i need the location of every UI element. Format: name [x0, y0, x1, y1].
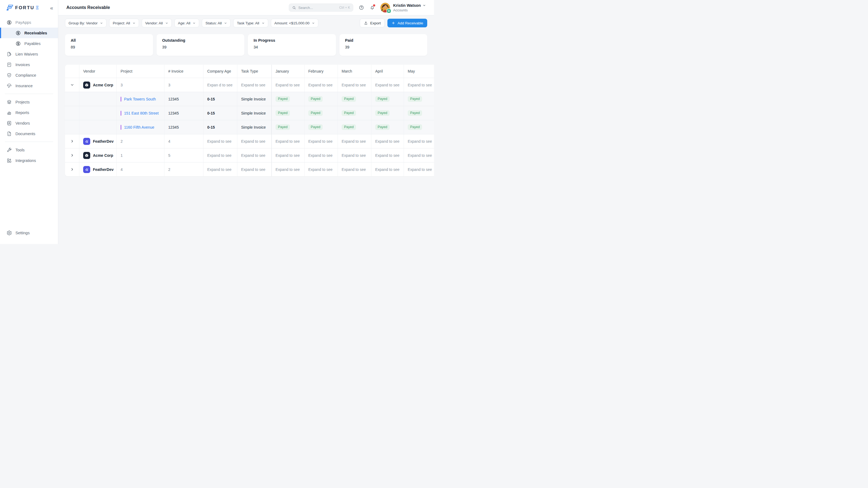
month-cell: Expand to see [305, 78, 338, 92]
table-header-row: VendorProject# InvoiceCompany AgeTask Ty… [65, 65, 434, 78]
filter-chip-status[interactable]: Status: All [202, 19, 230, 27]
summary-card-all[interactable]: All89 [65, 34, 153, 56]
add-receivable-button[interactable]: Add Receivable [388, 19, 427, 27]
main-area: Accounts Receivable Search... Ctrl + K [58, 0, 434, 244]
sidebar-item-receivables[interactable]: Receivables [0, 28, 58, 38]
sidebar-footer: Settings [0, 227, 58, 244]
summary-card-in-progress[interactable]: In Progress34 [248, 34, 336, 56]
status-badge: Payed [342, 110, 356, 116]
month-cell: Payed [338, 106, 371, 120]
chev-down-icon [224, 22, 227, 25]
sidebar-item-compliance[interactable]: Compliance [0, 70, 58, 80]
status-badge: Payed [308, 96, 323, 102]
sidebar-item-documents[interactable]: Documents [0, 128, 58, 139]
expand-cell [65, 78, 80, 92]
company-age-cell: 0-15 [204, 106, 237, 120]
sidebar-item-lien-waivers[interactable]: Lien Waivers [0, 49, 58, 59]
user-menu[interactable]: Kristin Watson Accounts [380, 3, 426, 12]
page-title: Accounts Receivable [66, 5, 110, 10]
month-cell: Payed [305, 92, 338, 106]
chevron-right-icon[interactable] [70, 139, 74, 143]
filter-chip-task-type[interactable]: Task Type: All [233, 19, 268, 27]
company-age-cell: Expand to see [204, 134, 237, 148]
sidebar-item-vendors[interactable]: Vendors [0, 118, 58, 128]
sidebar-item-payapps[interactable]: PayApps [0, 17, 58, 28]
table-row-project: 151 East 80th Street123450-15Simple Invo… [65, 106, 434, 120]
filter-chip-label: Task Type: All [237, 21, 259, 25]
vendor-cell: Acme Corp [80, 149, 117, 162]
project-cell: Park Towers South [117, 92, 164, 106]
status-badge: Payed [308, 124, 323, 130]
task-type-cell: Simple Invoice [237, 92, 272, 106]
sidebar-item-insurance[interactable]: Insurance [0, 80, 58, 91]
filter-chip-amount[interactable]: Amount: <$15,000.00 [271, 19, 318, 27]
month-cell: Expand to see [305, 162, 338, 176]
status-badge: Payed [375, 124, 390, 130]
status-badge: Payed [408, 96, 422, 102]
chev-down-icon [312, 22, 315, 25]
layers-icon [6, 99, 12, 105]
filter-chip-vendor[interactable]: Vendor: All [142, 19, 172, 27]
sidebar-item-tools[interactable]: Tools [0, 144, 58, 155]
search-input[interactable]: Search... Ctrl + K [289, 3, 353, 12]
dollar-circle-icon [16, 30, 21, 36]
sidebar-item-projects[interactable]: Projects [0, 97, 58, 107]
expand-cell [65, 134, 80, 148]
doc-lines-icon [6, 62, 12, 67]
vendor-name: Acme Corp [93, 153, 113, 158]
col-header-april: April [371, 65, 404, 78]
chevron-down-icon[interactable] [423, 4, 426, 7]
month-cell: Expand to see [338, 134, 371, 148]
chevron-right-icon[interactable] [70, 167, 74, 171]
col-header-invoice: # Invoice [164, 65, 204, 78]
company-age-cell: Expand to see [204, 162, 237, 176]
collapse-sidebar-icon[interactable]: « [50, 5, 53, 10]
bar-chart-icon [6, 110, 12, 116]
help-icon[interactable] [359, 5, 364, 10]
month-expand-text: Expand to see [342, 83, 366, 87]
invoice-cell: 5 [164, 149, 204, 162]
sidebar-item-invoices[interactable]: Invoices [0, 59, 58, 70]
chevron-down-icon[interactable] [70, 83, 74, 87]
status-badge: Payed [276, 96, 290, 102]
month-cell: Expand to see [338, 149, 371, 162]
summary-card-outstanding[interactable]: Outstanding39 [157, 34, 245, 56]
project-cell: 1160 Fifth Avenue [117, 120, 164, 134]
project-count: 1 [121, 153, 123, 158]
month-expand-text: Expand to see [308, 153, 333, 158]
task-type-value: Expand to see [241, 153, 266, 158]
invoice-value: 2 [168, 167, 170, 172]
chevron-right-icon[interactable] [70, 153, 74, 157]
filter-chip-age[interactable]: Age: All [175, 19, 199, 27]
column-header-label: Project [121, 69, 132, 73]
table-row-vendor: Acme Corp33Expan d to seeExpand to seeEx… [65, 78, 434, 92]
month-expand-text: Expand to see [408, 83, 432, 87]
month-expand-text: Expand to see [342, 167, 366, 172]
project-count: 2 [121, 139, 123, 143]
task-type-cell: Simple Invoice [237, 120, 272, 134]
month-expand-text: Expand to see [408, 167, 432, 172]
invoice-cell: 4 [164, 134, 204, 148]
summary-card-count: 89 [71, 45, 147, 49]
chev-down-icon [193, 22, 195, 25]
user-name: Kristin Watson [393, 3, 421, 8]
project-cell: 4 [117, 162, 164, 176]
col-header-january: January [272, 65, 305, 78]
project-link[interactable]: Park Towers South [124, 97, 156, 101]
task-type-cell: Expand to see [237, 162, 272, 176]
sidebar-item-settings[interactable]: Settings [0, 227, 58, 238]
filter-chip-project[interactable]: Project: All [109, 19, 139, 27]
sidebar-item-integrations[interactable]: Integrations [0, 155, 58, 166]
project-link[interactable]: 1160 Fifth Avenue [124, 125, 154, 129]
status-badge: Payed [342, 124, 356, 130]
sidebar-item-reports[interactable]: Reports [0, 107, 58, 118]
project-link[interactable]: 151 East 80th Street [124, 111, 159, 116]
month-cell: Payed [404, 120, 434, 134]
export-button[interactable]: Export [360, 19, 385, 27]
expand-cell [65, 120, 80, 134]
summary-card-paid[interactable]: Paid39 [339, 34, 428, 56]
bell-icon[interactable] [370, 5, 375, 10]
filter-chip-group-by[interactable]: Group By: Vendor [65, 19, 106, 27]
acme-logo [83, 82, 90, 89]
sidebar-item-payables[interactable]: Payables [0, 38, 58, 49]
